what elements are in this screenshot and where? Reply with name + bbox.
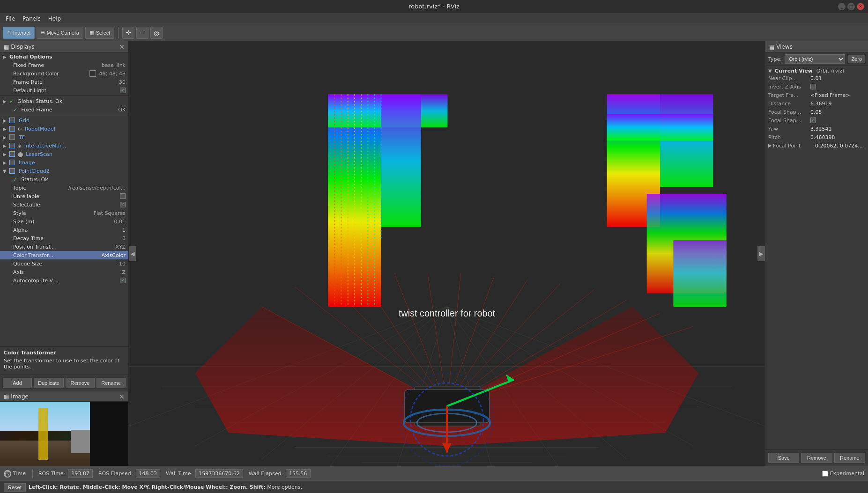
global-status-item[interactable]: ▶ ✓ Global Status: Ok xyxy=(0,97,128,105)
focal-shap1-item: Focal Shap... 0.05 xyxy=(766,109,867,117)
menu-file[interactable]: File xyxy=(2,15,19,23)
pitch-item: Pitch 0.460398 xyxy=(766,134,867,142)
pc2-selectable-checkbox[interactable] xyxy=(120,202,126,207)
pc2-pos-transf-value: XYZ xyxy=(115,244,126,250)
global-options-label: Global Options xyxy=(9,54,52,60)
camera-button[interactable]: ◎ xyxy=(150,27,163,39)
views-remove-button[interactable]: Remove xyxy=(801,453,832,463)
views-type-select[interactable]: Orbit (rviz) xyxy=(785,54,845,64)
minus-button[interactable]: − xyxy=(136,27,148,39)
image-panel: ▦ Image ✕ xyxy=(0,391,128,466)
viewport[interactable]: twist controller for robot ◀ ▶ xyxy=(129,41,765,466)
background-color-swatch[interactable] xyxy=(89,70,96,77)
views-zero-button[interactable]: Zero xyxy=(848,55,865,63)
global-status-arrow: ▶ xyxy=(3,99,7,104)
target-frame-item: Target Fra... <Fixed Frame> xyxy=(766,92,867,100)
dark-area xyxy=(90,402,128,466)
pc2-decay-value: 0 xyxy=(122,235,126,242)
background-color-value: 48; 48; 48 xyxy=(99,71,126,77)
pitch-value: 0.460398 xyxy=(810,134,865,140)
pc2-topic-value: /realsense/depth/col... xyxy=(68,185,126,191)
pc2-status-item: ✓ Status: Ok xyxy=(0,175,128,184)
remove-button[interactable]: Remove xyxy=(66,378,95,388)
add-button[interactable]: Add xyxy=(3,378,32,388)
near-clip-item: Near Clip... 0.01 xyxy=(766,75,867,83)
pc2-size-label: Size (m) xyxy=(13,219,112,225)
displays-panel: ▦ Displays ✕ ▶ Global Options Fixed Fram… xyxy=(0,41,128,391)
pc2-autocompute-checkbox[interactable] xyxy=(120,278,126,283)
move-camera-button[interactable]: ⊕ Move Camera xyxy=(37,27,83,39)
divider-1 xyxy=(0,96,128,96)
robotmodel-icon: ⚙ xyxy=(18,126,22,132)
select-button[interactable]: ▦ Select xyxy=(85,27,115,39)
right-panel: ▦ Views Type: Orbit (rviz) Zero ▼ Curren… xyxy=(765,41,868,466)
views-content: ▼ Current View Orbit (rviz) Near Clip...… xyxy=(765,66,868,449)
tf-checkbox[interactable] xyxy=(9,134,15,140)
svg-rect-27 xyxy=(607,114,713,141)
invert-z-checkbox[interactable] xyxy=(810,84,816,89)
middle-click-bold: Middle-Click: Move X/Y. xyxy=(83,484,150,490)
tf-item[interactable]: ▶ TF xyxy=(0,133,128,141)
image-checkbox[interactable] xyxy=(9,160,15,165)
robotmodel-item[interactable]: ▶ ⚙ RobotModel xyxy=(0,125,128,133)
viewport-svg: twist controller for robot xyxy=(129,41,765,466)
ls-checkbox[interactable] xyxy=(9,151,15,157)
default-light-checkbox[interactable] xyxy=(120,88,126,93)
ls-icon: ⬤ xyxy=(18,152,23,157)
menu-panels[interactable]: Panels xyxy=(19,15,45,23)
yaw-item: Yaw 3.32541 xyxy=(766,125,867,134)
im-icon: ◈ xyxy=(18,143,22,148)
left-click-label: Left-Click: Rotate. xyxy=(29,484,81,490)
ros-elapsed-label: ROS Elapsed: xyxy=(98,471,133,477)
target-frame-label: Target Fra... xyxy=(768,92,810,98)
displays-close-button[interactable]: ✕ xyxy=(119,43,125,51)
maximize-button[interactable]: □ xyxy=(847,3,855,10)
svg-text:twist  controller  for  robot: twist controller for robot xyxy=(399,308,496,318)
interact-button[interactable]: ↖ Interact xyxy=(3,27,35,39)
laserscan-item[interactable]: ▶ ⬤ LaserScan xyxy=(0,150,128,158)
image-panel-close[interactable]: ✕ xyxy=(119,393,125,400)
distance-item: Distance 6.36919 xyxy=(766,100,867,109)
image-panel-header: ▦ Image ✕ xyxy=(0,391,128,402)
pc2-unreliable-checkbox[interactable] xyxy=(120,193,126,199)
views-rename-button[interactable]: Rename xyxy=(834,453,865,463)
tf-arrow: ▶ xyxy=(3,135,7,140)
menu-help[interactable]: Help xyxy=(45,15,65,23)
current-view-header[interactable]: ▼ Current View Orbit (rviz) xyxy=(766,67,867,75)
plus-button[interactable]: ✛ xyxy=(122,27,134,39)
image-panel-icon: ▦ xyxy=(4,393,9,400)
focal-shap2-checkbox[interactable] xyxy=(810,118,816,123)
experimental-checkbox[interactable] xyxy=(822,471,828,477)
minimize-button[interactable]: _ xyxy=(838,3,846,10)
tooltip-title: Color Transformer xyxy=(4,350,125,356)
displays-header: ▦ Displays ✕ xyxy=(0,41,128,52)
grid-item[interactable]: ▶ Grid xyxy=(0,116,128,125)
pc2-checkbox[interactable] xyxy=(9,168,15,174)
duplicate-button[interactable]: Duplicate xyxy=(34,378,64,388)
reset-button[interactable]: Reset xyxy=(4,483,26,492)
ls-arrow: ▶ xyxy=(3,152,7,157)
focal-point-item[interactable]: ▶ Focal Point 0.20062; 0.0724... xyxy=(766,142,867,151)
ros-elapsed-value: 148.03 xyxy=(136,469,161,478)
panel-buttons: Add Duplicate Remove Rename xyxy=(0,375,128,391)
rename-button[interactable]: Rename xyxy=(96,378,126,388)
interactive-marker-item[interactable]: ▶ ◈ InteractiveMar... xyxy=(0,141,128,150)
image-display-item[interactable]: ▶ Image xyxy=(0,158,128,167)
image-content xyxy=(0,402,128,466)
pc2-queue-item: Queue Size 10 xyxy=(0,259,128,268)
move-camera-icon: ⊕ xyxy=(41,29,45,36)
global-options-item[interactable]: ▶ Global Options xyxy=(0,52,128,61)
window-title: robot.rviz* - RViz xyxy=(408,3,460,10)
expand-arrow: ▶ xyxy=(3,54,7,59)
im-checkbox[interactable] xyxy=(9,143,15,148)
robotmodel-checkbox[interactable] xyxy=(9,126,15,132)
views-save-button[interactable]: Save xyxy=(768,453,799,463)
default-light-item: Default Light xyxy=(0,86,128,95)
pointcloud2-item[interactable]: ▼ PointCloud2 xyxy=(0,167,128,175)
collapse-left-button[interactable]: ◀ xyxy=(129,246,136,261)
close-button[interactable]: ✕ xyxy=(857,3,864,10)
grid-checkbox[interactable] xyxy=(9,118,15,123)
collapse-right-button[interactable]: ▶ xyxy=(757,246,765,261)
distance-value: 6.36919 xyxy=(810,101,865,107)
pc2-color-transf-item[interactable]: Color Transfor... AxisColor xyxy=(0,251,128,259)
